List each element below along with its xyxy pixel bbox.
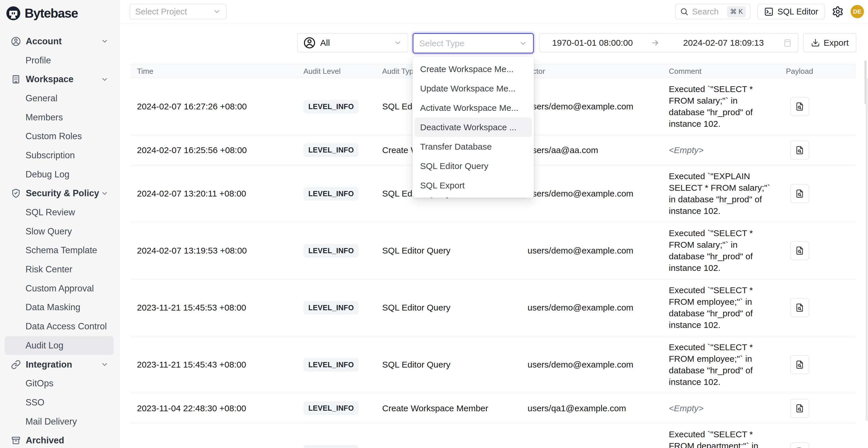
chevron-down-icon <box>101 361 108 369</box>
cell-actor: users/qa1@example.com <box>528 404 669 413</box>
chevron-down-icon <box>519 39 527 47</box>
sidebar-item-audit-log[interactable]: Audit Log <box>5 336 114 355</box>
archive-icon <box>11 436 21 445</box>
sidebar-item-security-policy[interactable]: Security & Policy <box>5 184 114 203</box>
topbar-right: Search ⌘ K SQL Editor DE <box>675 4 864 20</box>
search-input[interactable]: Search ⌘ K <box>675 4 750 20</box>
sidebar-item-subscription[interactable]: Subscription <box>5 146 114 165</box>
sidebar-item-members[interactable]: Members <box>5 108 114 127</box>
type-option-transfer-database[interactable]: Transfer Database <box>412 137 534 156</box>
sidebar-item-custom-roles[interactable]: Custom Roles <box>5 127 114 146</box>
cell-audit-level: LEVEL_INFO <box>303 445 382 448</box>
sidebar-item-data-masking[interactable]: Data Masking <box>5 298 114 317</box>
sidebar-item-label: Audit Log <box>26 340 63 351</box>
sidebar-item-data-access-control[interactable]: Data Access Control <box>5 317 114 336</box>
member-scope-select[interactable]: All <box>297 33 408 53</box>
download-icon <box>811 38 820 47</box>
search-placeholder: Search <box>692 7 719 17</box>
sidebar-item-label: Mail Delivery <box>26 416 77 427</box>
payload-view-button[interactable] <box>790 355 809 374</box>
payload-view-button[interactable] <box>790 141 809 160</box>
terminal-icon <box>764 7 774 17</box>
type-option-activate-workspace-me[interactable]: Activate Workspace Me... <box>412 98 534 118</box>
payload-view-button[interactable] <box>790 442 809 448</box>
cell-time: 2023-11-04 21:26:34 +08:00 <box>137 447 303 448</box>
table-row: 2023-11-21 15:45:53 +08:00LEVEL_INFOSQL … <box>130 279 856 336</box>
audit-level-badge: LEVEL_INFO <box>303 143 359 157</box>
cell-time: 2024-02-07 16:25:56 +08:00 <box>137 145 303 155</box>
cell-payload <box>779 241 820 260</box>
cell-audit-level: LEVEL_INFO <box>303 187 382 200</box>
type-option-sql-editor-query[interactable]: SQL Editor Query <box>412 156 534 176</box>
sidebar-item-risk-center[interactable]: Risk Center <box>5 260 114 279</box>
brand-logo[interactable]: Bytebase <box>0 0 120 24</box>
date-range-picker[interactable]: 1970-01-01 08:00:00 2024-02-07 18:09:13 <box>539 33 799 53</box>
page-scrollbar[interactable] <box>866 78 868 421</box>
user-circle-icon <box>11 36 21 46</box>
sidebar-nav: AccountProfileWorkspaceGeneralMembersCus… <box>0 24 120 448</box>
audit-level-badge: LEVEL_INFO <box>303 244 359 258</box>
gear-icon[interactable] <box>832 6 844 18</box>
sidebar-item-label: Integration <box>26 359 72 370</box>
type-option-sql-export[interactable]: SQL Export <box>412 176 534 195</box>
export-button[interactable]: Export <box>803 33 857 53</box>
audit-type-select[interactable]: Select Type <box>412 33 534 54</box>
project-select-label: Select Project <box>135 7 187 17</box>
cell-time: 2024-02-07 13:19:53 +08:00 <box>137 246 303 256</box>
payload-view-button[interactable] <box>790 97 809 116</box>
sidebar-item-sso[interactable]: SSO <box>5 393 114 412</box>
sidebar-item-label: Slow Query <box>26 226 72 237</box>
table-row: 2023-11-21 15:45:43 +08:00LEVEL_INFOSQL … <box>130 336 856 393</box>
sql-editor-button[interactable]: SQL Editor <box>757 4 825 20</box>
sidebar-item-slow-query[interactable]: Slow Query <box>5 222 114 241</box>
cell-audit-type: SQL Editor Query <box>382 360 528 370</box>
cell-comment: Executed `"SELECT * FROM employee;"` in … <box>669 285 779 331</box>
sidebar-item-debug-log[interactable]: Debug Log <box>5 165 114 184</box>
cell-actor: users/demo@example.com <box>528 102 669 111</box>
sidebar-item-workspace[interactable]: Workspace <box>5 70 114 89</box>
cell-time: 2023-11-04 22:48:30 +08:00 <box>137 404 303 413</box>
sidebar-item-mail-delivery[interactable]: Mail Delivery <box>5 412 114 431</box>
sidebar-item-archived[interactable]: Archived <box>5 431 114 448</box>
cell-time: 2023-11-21 15:45:53 +08:00 <box>137 303 303 313</box>
sidebar-item-general[interactable]: General <box>5 89 114 108</box>
payload-view-button[interactable] <box>790 399 809 418</box>
sql-editor-label: SQL Editor <box>777 7 818 17</box>
building-icon <box>11 74 21 84</box>
sidebar-item-account[interactable]: Account <box>5 32 114 51</box>
chevron-down-icon <box>394 39 402 47</box>
sidebar-item-label: Subscription <box>26 150 75 161</box>
project-select[interactable]: Select Project <box>129 4 227 20</box>
sidebar-item-label: Workspace <box>26 74 73 85</box>
sidebar-item-profile[interactable]: Profile <box>5 51 114 70</box>
type-option-update-workspace-me[interactable]: Update Workspace Me... <box>412 79 534 98</box>
cell-audit-level: LEVEL_INFO <box>303 143 382 157</box>
avatar[interactable]: DE <box>850 5 864 18</box>
column-header-payload: Payload <box>786 67 813 76</box>
audit-level-badge: LEVEL_INFO <box>303 445 359 448</box>
arrow-right-icon <box>651 38 659 47</box>
payload-view-button[interactable] <box>790 241 809 260</box>
sidebar-item-gitops[interactable]: GitOps <box>5 374 114 393</box>
audit-type-placeholder: Select Type <box>419 38 464 48</box>
cell-actor: users/demo@example.com <box>528 447 669 448</box>
search-shortcut-badge: ⌘ K <box>727 6 746 18</box>
cell-actor: users/demo@example.com <box>528 246 669 256</box>
cell-audit-level: LEVEL_INFO <box>303 100 382 114</box>
sidebar-item-integration[interactable]: Integration <box>5 355 114 374</box>
cell-comment: <Empty> <box>669 403 779 414</box>
cell-audit-level: LEVEL_INFO <box>303 301 382 315</box>
sidebar-item-sql-review[interactable]: SQL Review <box>5 203 114 222</box>
cell-audit-type: SQL Editor Query <box>382 447 528 448</box>
type-option-create-workspace-me[interactable]: Create Workspace Me... <box>412 59 534 79</box>
sidebar-item-label: SSO <box>26 397 44 408</box>
payload-view-button[interactable] <box>790 298 809 317</box>
sidebar-item-label: Archived <box>26 435 64 446</box>
table-row: 2023-11-04 22:48:30 +08:00LEVEL_INFOCrea… <box>130 393 856 423</box>
sidebar-item-schema-template[interactable]: Schema Template <box>5 241 114 260</box>
audit-level-badge: LEVEL_INFO <box>303 301 359 315</box>
audit-type-menu: Create Workspace Me...Update Workspace M… <box>412 57 534 198</box>
payload-view-button[interactable] <box>790 184 809 203</box>
type-option-deactivate-workspace[interactable]: Deactivate Workspace ... <box>414 118 532 137</box>
sidebar-item-custom-approval[interactable]: Custom Approval <box>5 279 114 298</box>
